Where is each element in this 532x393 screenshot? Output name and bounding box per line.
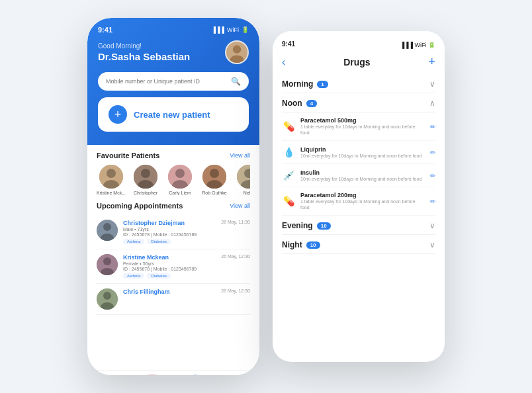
fav-avatar bbox=[134, 165, 157, 189]
search-box[interactable]: 🔍 bbox=[98, 72, 249, 91]
signal-icon-right: ▐▐▐ WiFi 🔋 bbox=[400, 42, 435, 48]
status-icons-right: ▐▐▐ WiFi 🔋 bbox=[400, 38, 435, 50]
appt-name: Kristine Mckean bbox=[123, 254, 169, 261]
nav-item-notification[interactable]: 🔔 Notification bbox=[216, 374, 259, 375]
nav-icon-notification: 🔔 bbox=[232, 374, 244, 375]
drug-section-morning[interactable]: Morning 1 ∨ bbox=[282, 74, 435, 93]
nav-item-home[interactable]: ⌂ Home bbox=[87, 374, 130, 375]
section-badge: 1 bbox=[317, 81, 328, 88]
svg-point-13 bbox=[210, 169, 219, 178]
fav-avatar bbox=[202, 165, 226, 189]
appt-name: Christopher Dziejman bbox=[123, 220, 185, 226]
appointment-item[interactable]: Kristine Mckean 26 May, 12:30 Female • 5… bbox=[97, 249, 250, 284]
tag: Asthma bbox=[123, 239, 144, 244]
nav-icon-patients: 👤 bbox=[189, 374, 200, 375]
edit-icon[interactable]: ✏ bbox=[430, 198, 435, 205]
appt-date: 26 May, 12:30 bbox=[221, 288, 250, 295]
nav-item-patients[interactable]: 👤 Patients bbox=[173, 374, 216, 375]
svg-point-7 bbox=[141, 169, 150, 178]
appt-name-row: Chris Fillingham 26 May, 12:30 bbox=[123, 288, 250, 295]
section-name: Evening bbox=[282, 221, 313, 230]
drug-desc: 1 table everyday for 10days in Morning a… bbox=[300, 198, 425, 210]
drug-item[interactable]: 💊 Paracetamol 500mg 1 table everyday for… bbox=[282, 112, 435, 141]
tag: Asthma bbox=[123, 273, 144, 279]
status-icons-left: ▐▐▐ WiFi 🔋 bbox=[212, 26, 249, 33]
drug-item[interactable]: 💧 Liquiprin 10ml everyday for 10days in … bbox=[282, 141, 435, 164]
appointments-title: Upcoming Appointments bbox=[97, 202, 183, 210]
right-body: Morning 1 ∨ Noon 4 ∧ 💊 Paracetamol 500mg… bbox=[273, 74, 445, 352]
nav-icon-home: ⌂ bbox=[106, 374, 111, 375]
chevron-icon: ∧ bbox=[429, 99, 435, 108]
doctor-avatar bbox=[225, 40, 249, 64]
section-badge: 10 bbox=[317, 222, 331, 230]
appt-info: Kristine Mckean 26 May, 12:30 Female • 5… bbox=[123, 254, 250, 279]
bottom-nav: ⌂ Home 📅 Appointment 👤 Patients 🔔 Notifi… bbox=[87, 370, 259, 375]
drug-desc: 10ml everyday for 10days in Morning and … bbox=[300, 153, 425, 159]
drug-item[interactable]: 💉 Insulin 10ml everyday for 10days in Mo… bbox=[282, 164, 435, 187]
fav-patient-item[interactable]: Christopher bbox=[131, 165, 160, 195]
drug-info: Paracetamol 500mg 1 table everyday for 1… bbox=[300, 117, 425, 136]
drug-section-night[interactable]: Night 10 ∨ bbox=[282, 235, 435, 254]
drug-name: Paracetamol 500mg bbox=[300, 117, 425, 124]
add-button[interactable]: + bbox=[428, 55, 435, 69]
appointment-item[interactable]: Christopher Dziejman 26 May, 11:30 Male … bbox=[97, 215, 250, 249]
search-icon: 🔍 bbox=[231, 77, 241, 86]
edit-icon[interactable]: ✏ bbox=[430, 123, 435, 130]
drug-item[interactable]: 💊 Paracetamol 200mg 1 table everyday for… bbox=[282, 187, 435, 216]
back-button[interactable]: ‹ bbox=[282, 56, 285, 68]
fav-patient-item[interactable]: Rob Guthke bbox=[200, 165, 229, 195]
fav-patient-item[interactable]: Kristine Mck... bbox=[97, 165, 126, 195]
status-bar-right: 9:41 ▐▐▐ WiFi 🔋 bbox=[282, 38, 435, 50]
tag: Diabetes bbox=[147, 273, 171, 279]
appointment-item[interactable]: Chris Fillingham 26 May, 12:30 bbox=[97, 284, 250, 315]
drug-section-noon[interactable]: Noon 4 ∧ bbox=[282, 93, 435, 112]
appt-id: ID : 2455678 | Mobile : 0123456789 bbox=[123, 267, 250, 271]
left-phone: 9:41 ▐▐▐ WiFi 🔋 Good Morning! Dr.Sasha S… bbox=[87, 18, 259, 375]
edit-icon[interactable]: ✏ bbox=[430, 149, 435, 156]
view-all-appt[interactable]: View all bbox=[230, 202, 250, 209]
drug-info: Insulin 10ml everyday for 10days in Morn… bbox=[300, 169, 425, 182]
appt-name-row: Christopher Dziejman 26 May, 11:30 bbox=[123, 220, 250, 226]
section-name: Noon bbox=[282, 99, 302, 108]
create-patient-button[interactable]: + Create new patient bbox=[98, 97, 249, 132]
section-name: Night bbox=[282, 240, 302, 249]
drugs-title: Drugs bbox=[343, 57, 370, 67]
create-patient-label: Create new patient bbox=[134, 110, 210, 120]
nav-item-appointment[interactable]: 📅 Appointment bbox=[130, 374, 173, 375]
chevron-icon: ∨ bbox=[429, 221, 435, 230]
fav-patient-item[interactable]: Carly Liem bbox=[165, 165, 195, 195]
fav-patient-item[interactable]: Nel... bbox=[234, 165, 250, 195]
drug-icon: 💊 bbox=[282, 120, 295, 133]
drug-desc: 1 table everyday for 10days in Morning a… bbox=[300, 124, 425, 136]
status-time-right: 9:41 bbox=[282, 40, 295, 48]
drug-icon: 💧 bbox=[282, 146, 295, 159]
greeting-row: Good Morning! Dr.Sasha Sebastian bbox=[98, 40, 249, 64]
fav-patients-list: Kristine Mck... Christopher Carly Liem bbox=[97, 165, 250, 195]
drug-info: Paracetamol 200mg 1 table everyday for 1… bbox=[300, 192, 425, 210]
appt-avatar bbox=[97, 254, 118, 275]
wifi-icon: WiFi bbox=[227, 26, 239, 33]
drug-name: Paracetamol 200mg bbox=[300, 192, 425, 198]
appointments-header: Upcoming Appointments View all bbox=[97, 202, 250, 210]
drug-section-evening[interactable]: Evening 10 ∨ bbox=[282, 216, 435, 235]
appt-details: Female • 56yrs bbox=[123, 261, 250, 266]
tag-row: AsthmaDiabetes bbox=[123, 239, 250, 244]
appt-details: Male • 71yrs bbox=[123, 227, 250, 232]
svg-point-4 bbox=[107, 169, 116, 178]
favourites-header: Favourite Patients View all bbox=[97, 152, 250, 159]
drug-name: Liquiprin bbox=[300, 146, 425, 153]
appointments-list: Christopher Dziejman 26 May, 11:30 Male … bbox=[97, 215, 250, 315]
doctor-name: Dr.Sasha Sebastian bbox=[98, 51, 190, 62]
section-left: Night 10 bbox=[282, 240, 320, 249]
tag: Diabetes bbox=[147, 239, 171, 244]
section-name: Morning bbox=[282, 79, 313, 89]
drug-icon: 💊 bbox=[282, 195, 295, 208]
search-input[interactable] bbox=[106, 78, 231, 85]
edit-icon[interactable]: ✏ bbox=[430, 172, 435, 179]
right-header: 9:41 ▐▐▐ WiFi 🔋 ‹ Drugs + bbox=[273, 31, 445, 74]
drug-desc: 10ml everyday for 10days in Morning and … bbox=[300, 176, 425, 182]
svg-point-19 bbox=[103, 223, 111, 231]
section-left: Noon 4 bbox=[282, 99, 317, 108]
section-left: Morning 1 bbox=[282, 79, 328, 89]
view-all-fav[interactable]: View all bbox=[230, 152, 250, 159]
